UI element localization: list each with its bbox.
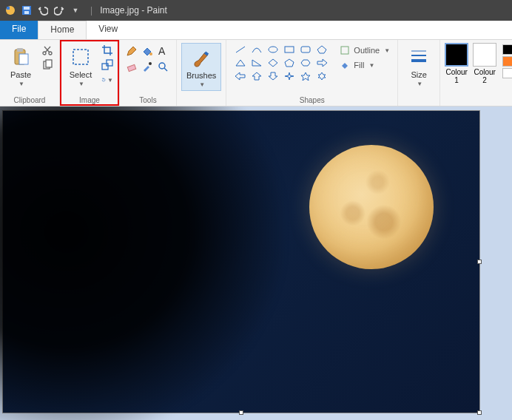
tab-home[interactable]: Home (38, 21, 87, 39)
svg-rect-6 (17, 48, 23, 52)
title-filename: Image.jpg (100, 5, 139, 16)
shape-star4[interactable] (283, 71, 296, 81)
group-label-image: Image (79, 96, 100, 104)
shape-oval[interactable] (266, 44, 280, 55)
text-icon[interactable]: A (157, 45, 169, 57)
window-title: Image.jpg - Paint (100, 5, 167, 16)
shape-pentagon[interactable] (283, 58, 296, 68)
group-clipboard: Paste ▼ Clipboard (0, 40, 60, 106)
group-label-clipboard: Clipboard (14, 96, 46, 104)
svg-rect-23 (301, 47, 310, 52)
rotate-icon[interactable]: ▼ (101, 74, 113, 86)
eraser-icon[interactable] (126, 61, 138, 72)
shape-arrow-up[interactable] (250, 71, 263, 81)
palette-swatch[interactable] (502, 44, 512, 55)
chevron-down-icon: ▼ (384, 47, 390, 54)
fill-label: Fill (354, 61, 364, 70)
qat-save-icon[interactable] (20, 4, 33, 17)
svg-marker-28 (285, 59, 294, 67)
outline-label: Outline (354, 46, 380, 55)
svg-rect-17 (127, 64, 135, 71)
qat-redo-icon[interactable] (53, 4, 66, 17)
qat-undo-icon[interactable] (36, 4, 50, 17)
svg-marker-24 (317, 46, 326, 53)
shape-fill-button[interactable]: Fill ▼ (339, 59, 390, 71)
shape-right-triangle[interactable] (250, 58, 263, 68)
brushes-button[interactable]: Brushes ▼ (181, 43, 221, 91)
shape-outline-button[interactable]: Outline ▼ (339, 44, 390, 56)
resize-icon[interactable] (101, 59, 113, 71)
resize-handle-corner[interactable] (477, 410, 482, 415)
svg-text:A: A (158, 45, 166, 57)
size-button[interactable]: Size ▼ (402, 43, 435, 89)
svg-marker-30 (301, 72, 310, 81)
chevron-down-icon: ▼ (78, 81, 84, 87)
canvas-workspace[interactable] (0, 106, 512, 420)
chevron-down-icon: ▼ (199, 81, 205, 88)
paste-label: Paste (10, 70, 31, 79)
svg-rect-14 (107, 60, 112, 66)
colour1-button[interactable]: Colour 1 (445, 43, 468, 84)
magnifier-icon[interactable] (157, 61, 169, 72)
svg-rect-11 (46, 60, 52, 67)
colour2-button[interactable]: Colour 2 (473, 43, 496, 84)
group-image: Select ▼ ▼ Image (60, 40, 120, 106)
size-label: Size (411, 70, 426, 79)
palette-swatch[interactable] (502, 56, 512, 67)
tab-file[interactable]: File (0, 21, 38, 39)
svg-rect-32 (341, 47, 348, 54)
colour1-label: Colour 1 (445, 68, 467, 84)
shape-arrow-down[interactable] (266, 71, 280, 81)
shape-polygon[interactable] (315, 44, 329, 55)
shape-arrow-left[interactable] (234, 71, 247, 81)
shape-triangle[interactable] (234, 58, 247, 68)
svg-marker-29 (301, 60, 310, 66)
svg-rect-3 (24, 7, 30, 10)
shape-curve[interactable] (250, 44, 263, 55)
palette-swatch[interactable] (502, 68, 512, 78)
ribbon-tabs: File Home View (0, 21, 512, 40)
svg-marker-27 (269, 59, 277, 67)
title-appname: Paint (147, 5, 167, 16)
group-colours: Colour 1 Colour 2 (440, 40, 512, 106)
group-label-shapes: Shapes (300, 96, 325, 104)
svg-marker-31 (318, 72, 326, 80)
shape-diamond[interactable] (266, 58, 280, 68)
tab-view[interactable]: View (87, 21, 129, 39)
shape-roundrect[interactable] (299, 44, 312, 55)
pencil-icon[interactable] (126, 45, 138, 57)
brushes-label: Brushes (186, 71, 216, 80)
fill-icon[interactable] (141, 45, 153, 57)
select-icon (69, 45, 92, 69)
shapes-gallery[interactable] (231, 43, 333, 84)
resize-handle-right[interactable] (477, 260, 482, 264)
svg-line-20 (236, 47, 245, 52)
svg-point-19 (159, 63, 165, 69)
shape-star5[interactable] (299, 71, 312, 81)
canvas-image[interactable] (3, 111, 479, 413)
eyedropper-icon[interactable] (141, 61, 153, 72)
chevron-down-icon: ▼ (417, 81, 422, 87)
svg-point-21 (269, 47, 277, 52)
group-shapes: Outline ▼ Fill ▼ Shapes (226, 40, 398, 106)
title-divider: | (90, 5, 92, 16)
resize-handle-bottom[interactable] (239, 410, 243, 415)
shape-rect[interactable] (283, 44, 296, 55)
shape-arrow-right[interactable] (315, 58, 329, 68)
svg-marker-25 (236, 60, 245, 66)
shape-star6[interactable] (315, 71, 329, 81)
qat-customize-icon[interactable]: ▼ (69, 4, 82, 17)
copy-icon[interactable] (41, 59, 53, 71)
shape-hexagon[interactable] (299, 58, 312, 68)
paste-button[interactable]: Paste ▼ (4, 43, 37, 89)
brush-icon (189, 46, 213, 70)
title-bar: ▼ | Image.jpg - Paint (0, 0, 512, 21)
select-button[interactable]: Select ▼ (64, 43, 97, 89)
group-tools: A Tools (120, 40, 177, 106)
image-moon (309, 145, 434, 269)
crop-icon[interactable] (101, 44, 113, 56)
outline-icon (339, 44, 351, 56)
shape-line[interactable] (234, 44, 247, 55)
image-foliage (0, 106, 284, 420)
cut-icon[interactable] (41, 44, 53, 56)
